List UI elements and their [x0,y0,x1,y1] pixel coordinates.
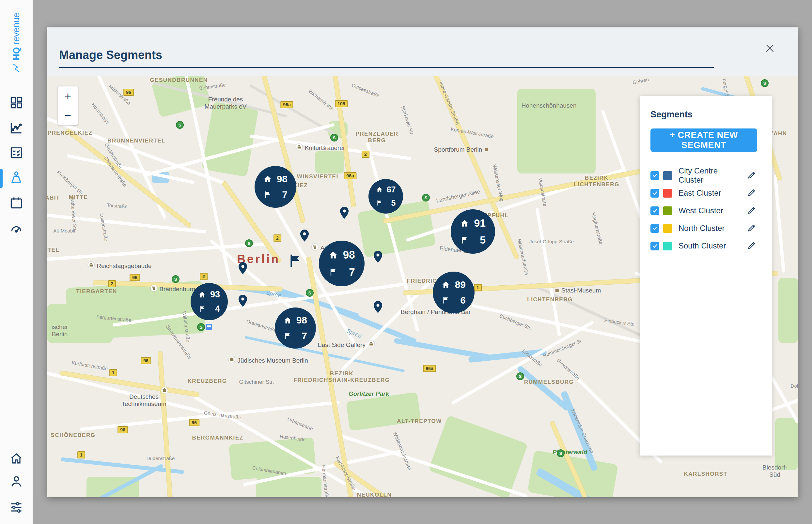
edit-segment-button[interactable] [746,188,757,198]
cluster-marker[interactable]: 987 [275,308,316,348]
segment-row-3[interactable]: West Cluster [650,204,772,217]
map-park-area [778,278,798,343]
sidebar-item-map-segments[interactable] [9,170,24,185]
map-pin[interactable] [239,295,248,308]
flag-marker[interactable] [288,253,303,270]
map-canvas[interactable]: + − GESUNDBRUNNENBehmstraßeFreunde des M… [47,76,798,497]
map-label: Görlitzer Park [349,390,389,397]
flag-icon [264,191,272,199]
road-number-badge: 109 [335,100,348,107]
page-title: Manage Segments [59,48,162,62]
home-icon [9,451,23,465]
map-label: BEZIRK FRIEDRICHSHAIN-KREUZBERG [294,371,390,383]
sidebar-item-checklist[interactable] [9,145,24,160]
map-label-text: Sportforum Berlin [434,146,482,153]
road-number-badge: 2 [362,151,369,158]
map-pin[interactable] [300,230,309,243]
map-label: GESUNDBRUNNEN [150,77,208,83]
map-label: Oranienstraße [246,318,277,333]
segment-row-2[interactable]: East Cluster [650,186,772,199]
sbahn-icon: S [516,372,524,380]
house-icon [460,219,469,228]
segment-label: East Cluster [679,189,721,198]
road-number-badge: 2 [273,234,281,242]
map-label: Torstraße [107,202,128,209]
segment-checkbox[interactable] [650,224,659,233]
map-pin[interactable] [239,262,248,276]
segment-row-1[interactable]: City Centre Cluster [650,169,772,182]
cluster-marker[interactable]: 675 [368,179,403,214]
segment-color-swatch [663,242,672,250]
flag-icon [442,296,450,305]
zoom-out-button[interactable]: − [58,106,78,125]
cluster-marker[interactable]: 934 [191,283,228,320]
segment-label: West Cluster [679,206,723,215]
map-label: SPRENGELKIEZ [47,130,92,136]
segments-list: City Centre Cluster East Cluster Wes [650,169,772,252]
house-icon [329,250,338,260]
map-label: Sewanstraße [556,357,581,381]
segment-row-4[interactable]: North Cluster [650,222,772,235]
map-major-road [158,351,173,497]
map-label: BERGMANNKIEZ [192,435,243,441]
brand-name: HQ revenue [12,13,21,60]
map-label-text: Jüdisches Museum Berlin [237,357,308,364]
map-label: LICHTENBERG [527,296,572,303]
map-water-area [516,365,571,411]
map-label: East Side Gallery [318,341,375,349]
map-label: Luisenstraße [99,213,109,242]
close-modal-button[interactable] [764,43,777,55]
sidebar-item-dashboard[interactable] [9,95,24,111]
marker-house-count: 89 [453,279,466,290]
create-new-segment-button[interactable]: + CREATE NEW SEGMENT [650,129,757,152]
sliders-icon [9,500,23,514]
edit-segment-button[interactable] [746,223,757,233]
poi-dot-icon [484,146,488,153]
marker-house-count: 67 [385,185,396,194]
road-number-badge: 96 [189,419,200,426]
sidebar-item-settings[interactable] [9,500,24,515]
map-label: RTEL [47,247,59,253]
map-label: Ostseestraße [351,82,380,98]
segment-checkbox[interactable] [650,242,659,250]
house-icon [264,175,272,183]
map-label: Reichstagsgebäude [88,262,152,270]
pencil-icon [747,170,757,180]
sbahn-icon: S [422,194,430,201]
sidebar-item-home[interactable] [9,451,24,466]
map-pin-stand-icon [9,170,23,185]
edit-segment-button[interactable] [746,241,757,251]
segment-checkbox[interactable] [650,189,659,198]
museum-icon [88,262,95,270]
edit-segment-button[interactable] [747,170,757,181]
map-label: Gehren [632,76,649,85]
segment-row-5[interactable]: South Cluster [650,239,772,252]
cluster-marker[interactable]: 896 [433,272,475,313]
sidebar-item-analytics[interactable] [9,120,24,136]
segment-checkbox[interactable] [650,171,659,180]
map-label: BEZIRK LICHTENBERG [574,175,619,188]
check-icon [652,243,658,249]
cluster-marker[interactable]: 915 [451,209,495,254]
sidebar-item-profile[interactable] [9,473,24,489]
map-label: Dudenstraße [146,456,175,461]
zoom-in-button[interactable]: + [58,86,78,105]
map-pin[interactable] [374,301,382,314]
castle-icon [312,244,318,252]
map-park-area [202,101,258,177]
cluster-marker[interactable]: 987 [319,241,365,286]
sidebar-item-calendar[interactable] [9,195,24,211]
map-park-area [517,89,595,174]
map-label: Perleberger Str. [56,169,85,197]
sidebar-item-performance[interactable] [9,220,24,236]
map-label: ABIT [47,195,60,201]
segment-checkbox[interactable] [650,207,659,215]
edit-segment-button[interactable] [746,206,757,216]
segment-label: City Centre Cluster [679,166,743,184]
cluster-marker[interactable]: 987 [255,166,296,208]
map-label: RUMMELSBURG [524,379,574,386]
flag-icon [460,236,469,245]
map-park-area [428,415,528,497]
map-pin[interactable] [374,251,382,264]
map-pin[interactable] [340,207,349,220]
